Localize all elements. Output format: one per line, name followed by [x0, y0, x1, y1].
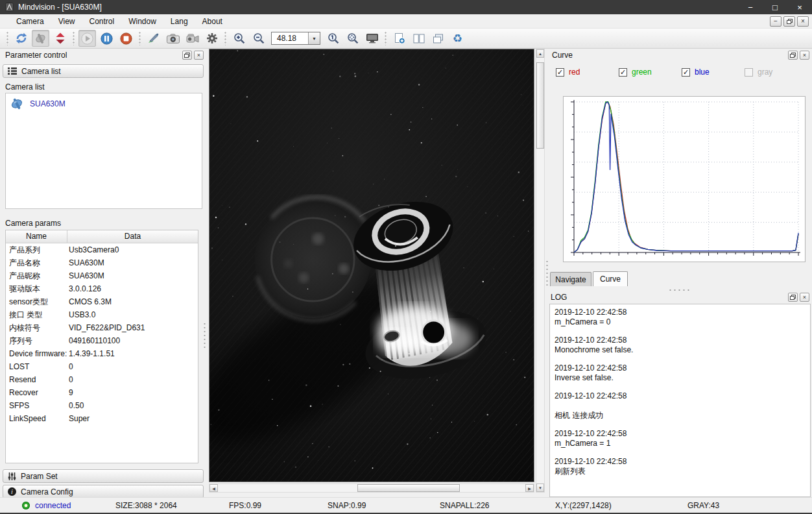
- camera-device-icon: [10, 98, 24, 110]
- toolbar-grip: [138, 31, 141, 45]
- table-row[interactable]: 产品昵称 SUA630M: [6, 269, 198, 282]
- menu-camera[interactable]: Camera: [9, 15, 51, 28]
- dock-float-button[interactable]: [182, 51, 192, 60]
- minimize-button[interactable]: −: [738, 0, 763, 14]
- play-button[interactable]: [78, 30, 96, 47]
- channel-green[interactable]: ✓ green: [619, 67, 682, 77]
- table-row[interactable]: 驱动版本 3.0.0.126: [6, 282, 198, 295]
- channel-blue[interactable]: ✓ blue: [682, 67, 745, 77]
- snapshot-button[interactable]: [164, 30, 182, 47]
- camera-config-button[interactable]: Camera Config: [3, 485, 204, 498]
- new-window-button[interactable]: [390, 30, 408, 47]
- dock-close-button[interactable]: ×: [800, 293, 809, 302]
- red-checkbox[interactable]: ✓: [556, 68, 564, 77]
- mdi-close-button[interactable]: ×: [797, 16, 809, 27]
- dock-close-button[interactable]: ×: [194, 51, 204, 60]
- mdi-restore-button[interactable]: [783, 16, 795, 27]
- camera-list-header-button[interactable]: Camera list: [3, 64, 204, 78]
- log-panel-title: LOG: [551, 293, 567, 302]
- connection-status: connected: [35, 501, 71, 510]
- vertical-scroll-thumb[interactable]: [536, 62, 544, 149]
- app-window: Mindvision - [SUA630M] − □ × Camera View…: [0, 0, 812, 514]
- toolbar-grip: [72, 31, 75, 45]
- stop-button[interactable]: [117, 30, 135, 47]
- gray-value-status: GRAY:43: [687, 501, 719, 510]
- connect-camera-button[interactable]: [32, 30, 49, 47]
- scroll-right-button[interactable]: ▶: [525, 484, 534, 492]
- refresh-list-button[interactable]: ♻: [449, 30, 466, 47]
- refresh-camera-button[interactable]: [12, 30, 30, 47]
- table-row[interactable]: Resend 0: [6, 373, 198, 386]
- table-row[interactable]: SFPS 0.50: [6, 399, 198, 412]
- param-set-button[interactable]: Param Set: [3, 469, 204, 483]
- table-row[interactable]: 产品名称 SUA630M: [6, 256, 198, 269]
- menu-lang[interactable]: Lang: [163, 15, 195, 28]
- dock-close-button[interactable]: ×: [800, 51, 809, 60]
- camera-listbox[interactable]: SUA630M: [5, 93, 202, 209]
- draw-overlay-button[interactable]: [145, 30, 162, 47]
- channel-gray[interactable]: gray: [745, 67, 807, 77]
- chevron-down-icon[interactable]: ▼: [308, 32, 320, 44]
- scroll-up-button[interactable]: ▲: [536, 49, 544, 58]
- table-row[interactable]: Device firmware: 1.4.39-1.1.51: [6, 347, 198, 360]
- menu-control[interactable]: Control: [82, 15, 121, 28]
- table-row[interactable]: LOST 0: [6, 360, 198, 373]
- vertical-scrollbar[interactable]: ▲ ▼: [536, 49, 545, 493]
- column-header-data[interactable]: Data: [67, 230, 198, 243]
- mdi-minimize-button[interactable]: −: [770, 16, 782, 27]
- splitter-handle[interactable]: [203, 322, 206, 350]
- toolbar-grip: [384, 31, 387, 45]
- table-row[interactable]: 产品系列 Usb3Camera0: [6, 243, 198, 256]
- log-output[interactable]: 2019-12-10 22:42:58 m_hCamera = 0 2019-1…: [549, 304, 811, 497]
- menu-view[interactable]: View: [51, 15, 82, 28]
- dock-float-button[interactable]: [788, 51, 798, 60]
- pause-button[interactable]: [98, 30, 115, 47]
- zoom-in-button[interactable]: [230, 30, 248, 47]
- fullscreen-button[interactable]: [363, 30, 381, 47]
- table-row[interactable]: LinkSpeed Super: [6, 412, 198, 425]
- table-row[interactable]: 接口 类型 USB3.0: [6, 308, 198, 321]
- record-video-button[interactable]: [184, 30, 201, 47]
- green-checkbox[interactable]: ✓: [619, 68, 627, 77]
- camera-image: [209, 49, 534, 482]
- gray-checkbox[interactable]: [745, 68, 753, 77]
- zoom-fit-button[interactable]: [344, 30, 361, 47]
- menu-about[interactable]: About: [195, 15, 230, 28]
- close-button[interactable]: ×: [787, 0, 812, 14]
- horizontal-scrollbar[interactable]: ◀ ▶: [209, 483, 534, 493]
- cascade-windows-button[interactable]: [429, 30, 447, 47]
- channel-red[interactable]: ✓ red: [556, 67, 619, 77]
- dock-float-button[interactable]: [788, 293, 798, 302]
- param-name: 产品名称: [6, 258, 67, 269]
- tab-curve[interactable]: Curve: [593, 271, 628, 286]
- app-icon: [5, 3, 14, 12]
- param-name: Device firmware:: [6, 349, 67, 358]
- maximize-button[interactable]: □: [763, 0, 787, 14]
- menu-window[interactable]: Window: [121, 15, 163, 28]
- table-row[interactable]: 序列号 049160110100: [6, 334, 198, 347]
- camera-image-view[interactable]: [209, 49, 534, 482]
- play-icon: [81, 32, 93, 45]
- disconnect-camera-button[interactable]: [51, 30, 69, 47]
- param-name: 产品系列: [6, 245, 67, 256]
- zoom-out-button[interactable]: [250, 30, 267, 47]
- right-panel: Curve × ✓ red ✓ green ✓: [548, 49, 812, 497]
- camera-list-item[interactable]: SUA630M: [6, 93, 202, 114]
- mdi-window-controls: − ×: [770, 16, 809, 27]
- tile-windows-button[interactable]: [410, 30, 427, 47]
- zoom-actual-size-button[interactable]: [324, 30, 342, 47]
- sliders-icon: [8, 472, 16, 480]
- table-row[interactable]: 内核符号 VID_F622&PID_D631: [6, 321, 198, 334]
- zoom-level-combobox[interactable]: 48.18 ▼: [271, 32, 320, 45]
- zoom-level-value: 48.18: [272, 32, 308, 44]
- connect-icon: [34, 33, 47, 44]
- scroll-down-button[interactable]: ▼: [536, 483, 544, 492]
- horizontal-scroll-thumb[interactable]: [357, 484, 460, 492]
- column-header-name[interactable]: Name: [6, 230, 67, 243]
- table-row[interactable]: sensor类型 CMOS 6.3M: [6, 295, 198, 308]
- table-row[interactable]: Recover 9: [6, 386, 198, 399]
- tab-navigate[interactable]: Navigate: [550, 272, 591, 286]
- scroll-left-button[interactable]: ◀: [209, 484, 218, 492]
- settings-button[interactable]: [203, 30, 221, 47]
- blue-checkbox[interactable]: ✓: [682, 68, 690, 77]
